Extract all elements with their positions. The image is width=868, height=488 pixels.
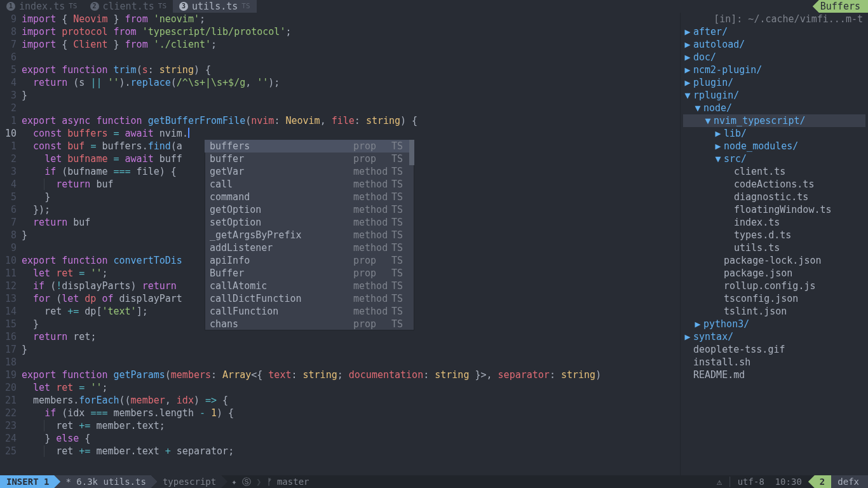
tree-file[interactable]: client.ts [683, 165, 865, 178]
completion-item[interactable]: callFunctionmethodTS [205, 305, 414, 318]
tree-dir[interactable]: ▼node/ [683, 102, 865, 114]
completion-popup[interactable]: bufferspropTSbufferpropTSgetVarmethodTSc… [205, 140, 414, 330]
tree-file[interactable]: index.ts [683, 216, 865, 229]
tab-index-badge: 3 [179, 2, 188, 11]
code-line[interactable]: import { Neovim } from 'neovim'; [22, 13, 680, 25]
git-status-icon: ✦ Ⓢ [231, 475, 251, 488]
tab-filetype-badge: TS [241, 0, 250, 13]
completion-item[interactable]: getOptionmethodTS [205, 203, 414, 216]
tree-entry-name: doc/ [693, 51, 716, 64]
completion-item[interactable]: chanspropTS [205, 318, 414, 330]
tree-file[interactable]: floatingWindow.ts [683, 203, 865, 216]
code-line[interactable]: export function getParams(members: Array… [22, 369, 680, 381]
status-file: * 6.3k utils.ts [54, 475, 157, 488]
buffers-label[interactable]: Buffers [813, 0, 868, 13]
tree-file[interactable]: README.md [683, 369, 865, 381]
tree-entry-name: floatingWindow.ts [734, 203, 832, 216]
code-line[interactable]: } else { [22, 432, 680, 445]
completion-name: getOption [210, 203, 353, 216]
tree-file[interactable]: deoplete-tss.gif [683, 343, 865, 356]
tree-dir[interactable]: ▶syntax/ [683, 330, 865, 343]
tree-entry-name: deoplete-tss.gif [693, 343, 785, 356]
file-tree[interactable]: [in]: ~/.cache/vimfi...m-t ▶after/▶autol… [680, 13, 868, 475]
tree-dir[interactable]: ▶lib/ [683, 127, 865, 140]
tree-dir[interactable]: ▶autoload/ [683, 38, 865, 51]
tab-index-ts[interactable]: 1index.tsTS [0, 0, 84, 13]
chevron-right-icon: ▶ [684, 64, 691, 76]
completion-source: TS [391, 318, 409, 330]
code-line[interactable]: } [22, 89, 680, 102]
tree-dir[interactable]: ▼nvim_typescript/ [683, 114, 865, 127]
code-line[interactable]: ret += member.text + separator; [22, 445, 680, 458]
completion-item[interactable]: commandmethodTS [205, 191, 414, 203]
tree-file[interactable]: utils.ts [683, 241, 865, 254]
tree-file[interactable]: package-lock.json [683, 254, 865, 267]
tree-file[interactable]: codeActions.ts [683, 178, 865, 191]
tree-file[interactable]: install.sh [683, 356, 865, 369]
code-line[interactable]: return ret; [22, 330, 680, 343]
tree-dir[interactable]: ▶doc/ [683, 51, 865, 64]
completion-item[interactable]: setOptionmethodTS [205, 216, 414, 229]
code-line[interactable]: const buffers = await nvim. [22, 127, 680, 140]
completion-item[interactable]: getVarmethodTS [205, 165, 414, 178]
tree-dir[interactable]: ▼src/ [683, 152, 865, 165]
completion-item[interactable]: BufferpropTS [205, 267, 414, 280]
code-line[interactable]: ret += member.text; [22, 419, 680, 432]
completion-source: TS [391, 305, 409, 318]
completion-item[interactable]: callAtomicmethodTS [205, 280, 414, 292]
popup-scrollbar[interactable] [409, 140, 414, 165]
tree-dir[interactable]: ▶node_modules/ [683, 140, 865, 152]
completion-item[interactable]: callDictFunctionmethodTS [205, 292, 414, 305]
completion-item[interactable]: bufferspropTS [205, 140, 414, 152]
tree-file[interactable]: tslint.json [683, 305, 865, 318]
tree-entry-name: lib/ [724, 127, 747, 140]
completion-kind: method [353, 305, 391, 318]
code-line[interactable] [22, 51, 680, 64]
code-line[interactable]: } [22, 343, 680, 356]
chevron-right-icon: ▶ [684, 330, 691, 343]
code-line[interactable]: export function trim(s: string) { [22, 64, 680, 76]
tree-dir[interactable]: ▶after/ [683, 25, 865, 38]
tree-dir[interactable]: ▶ncm2-plugin/ [683, 64, 865, 76]
tab-utils-ts[interactable]: 3utils.tsTS [173, 0, 257, 13]
completion-item[interactable]: addListenermethodTS [205, 241, 414, 254]
tab-filetype-badge: TS [158, 0, 166, 13]
code-line[interactable] [22, 102, 680, 114]
warning-icon: ⚠ [717, 475, 722, 488]
completion-name: Buffer [210, 267, 353, 280]
code-line[interactable]: export async function getBufferFromFile(… [22, 114, 680, 127]
status-right-name: defx [831, 475, 868, 488]
code-line[interactable] [22, 356, 680, 369]
chevron-right-icon: ▶ [684, 38, 691, 51]
tree-file[interactable]: types.d.ts [683, 229, 865, 241]
chevron-right-icon: ▶ [695, 318, 701, 330]
tree-spacer [684, 369, 691, 381]
completion-item[interactable]: _getArgsByPrefixmethodTS [205, 229, 414, 241]
tab-client-ts[interactable]: 2client.tsTS [84, 0, 173, 13]
completion-item[interactable]: callmethodTS [205, 178, 414, 191]
completion-name: apiInfo [210, 254, 353, 267]
tree-file[interactable]: diagnostic.ts [683, 191, 865, 203]
tree-entry-name: autoload/ [693, 38, 745, 51]
tree-file[interactable]: tsconfig.json [683, 292, 865, 305]
code-line[interactable]: import protocol from 'typescript/lib/pro… [22, 25, 680, 38]
code-line[interactable]: let ret = ''; [22, 381, 680, 394]
tree-file[interactable]: package.json [683, 267, 865, 280]
tree-file[interactable]: rollup.config.js [683, 280, 865, 292]
tree-dir[interactable]: ▶plugin/ [683, 76, 865, 89]
completion-item[interactable]: apiInfopropTS [205, 254, 414, 267]
tree-header: [in]: ~/.cache/vimfi...m-t [683, 13, 865, 25]
code-line[interactable]: if (idx === members.length - 1) { [22, 407, 680, 419]
editor-pane[interactable]: 9876543211012345678910111213141516171819… [0, 13, 680, 475]
completion-item[interactable]: bufferpropTS [205, 152, 414, 165]
tree-entry-name: package.json [724, 267, 792, 280]
code-line[interactable]: members.forEach((member, idx) => { [22, 394, 680, 407]
code-line[interactable]: return (s || '').replace(/^\s+|\s+$/g, '… [22, 76, 680, 89]
tree-dir[interactable]: ▶python3/ [683, 318, 865, 330]
tree-dir[interactable]: ▼rplugin/ [683, 89, 865, 102]
completion-kind: method [353, 203, 391, 216]
code-line[interactable]: import { Client } from './client'; [22, 38, 680, 51]
tree-spacer [684, 356, 691, 369]
completion-source: TS [391, 191, 409, 203]
chevron-down-icon: ▼ [705, 114, 711, 127]
